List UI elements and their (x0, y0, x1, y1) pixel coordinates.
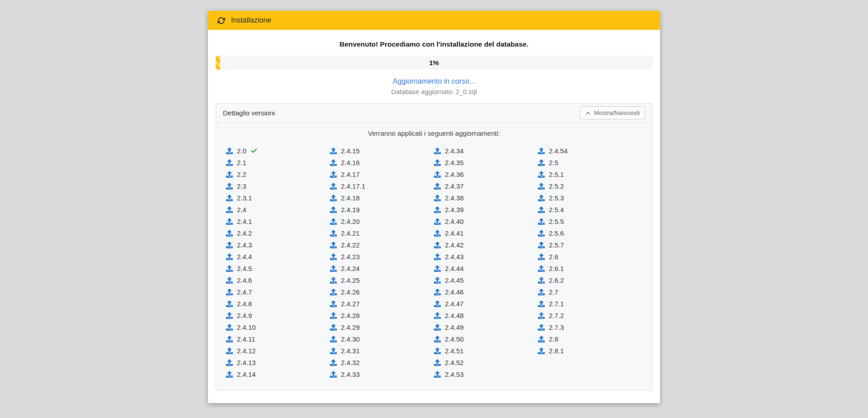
version-label: 2.4.11 (237, 335, 255, 343)
version-label: 2.4.1 (237, 218, 252, 225)
upload-icon (538, 324, 545, 331)
version-item: 2.4.23 (330, 251, 434, 262)
version-label: 2.4.12 (237, 347, 256, 355)
status-detail: Database aggiornato: 2_0.sql (216, 88, 652, 95)
upload-icon (226, 300, 233, 307)
version-label: 2.4.46 (445, 288, 464, 296)
version-label: 2.4.47 (445, 300, 464, 308)
upload-icon (330, 312, 337, 319)
version-item: 2.4.28 (330, 309, 434, 321)
version-label: 2.4.53 (445, 370, 464, 378)
upload-icon (226, 159, 233, 166)
version-item: 2.4.13 (226, 356, 330, 368)
version-label: 2.3 (237, 182, 246, 190)
version-item: 2.4.38 (434, 192, 538, 204)
version-label: 2.4.4 (237, 253, 252, 261)
version-label: 2.4.15 (341, 147, 360, 155)
version-label: 2.4.24 (341, 265, 360, 272)
version-label: 2.4.18 (341, 194, 360, 202)
version-label: 2.1 (237, 159, 246, 166)
upload-icon (330, 289, 337, 295)
version-item: 2.4.29 (330, 321, 434, 333)
upload-icon (330, 242, 337, 248)
version-label: 2.4.21 (341, 229, 360, 237)
version-item: 2.6.1 (538, 262, 642, 274)
upload-icon (434, 277, 441, 284)
upload-icon (538, 265, 545, 272)
version-label: 2.4.54 (549, 147, 568, 155)
version-item: 2.4.25 (330, 274, 434, 286)
version-item: 2.3.1 (226, 192, 330, 204)
version-label: 2.4.23 (341, 253, 360, 261)
version-label: 2.4.6 (237, 276, 252, 284)
version-item: 2.4.37 (434, 180, 538, 192)
version-label: 2.4.2 (237, 229, 252, 237)
version-label: 2.7.2 (549, 312, 564, 319)
version-label: 2.4.10 (237, 323, 256, 331)
upload-icon (538, 277, 545, 284)
upload-icon (434, 195, 441, 201)
version-label: 2.4.16 (341, 159, 360, 166)
version-item: 2.4.19 (330, 204, 434, 215)
upload-icon (538, 206, 545, 213)
version-label: 2.4.22 (341, 241, 360, 249)
version-item: 2.2 (226, 168, 330, 180)
version-label: 2.4.38 (445, 194, 464, 202)
version-label: 2.4.20 (341, 218, 360, 225)
version-item: 2.4.17 (330, 168, 434, 180)
upload-icon (434, 336, 441, 342)
version-item: 2.4 (226, 204, 330, 215)
version-label: 2.7 (549, 288, 558, 296)
version-label: 2.5.7 (549, 241, 564, 249)
version-label: 2.7.3 (549, 323, 564, 331)
version-label: 2.4.35 (445, 159, 464, 166)
version-label: 2.4.39 (445, 206, 464, 214)
version-item: 2.4.47 (434, 298, 538, 309)
upload-icon (226, 289, 233, 295)
version-item: 2.4.7 (226, 286, 330, 298)
chevron-up-icon (585, 110, 591, 116)
version-item: 2.6 (538, 251, 642, 262)
toggle-versions-button[interactable]: Mostra/Nascondi (580, 106, 645, 119)
version-item: 2.4.1 (226, 215, 330, 227)
version-item: 2.4.27 (330, 298, 434, 309)
upload-icon (330, 324, 337, 331)
version-item: 2.5 (538, 157, 642, 168)
version-item: 2.8 (538, 333, 642, 345)
upload-icon (538, 218, 545, 225)
version-item: 2.4.4 (226, 251, 330, 262)
upload-icon (330, 359, 337, 366)
upload-icon (538, 159, 545, 166)
upload-icon (226, 147, 233, 154)
upload-icon (330, 171, 337, 178)
version-item: 2.4.2 (226, 227, 330, 239)
version-label: 2.4.44 (445, 265, 464, 272)
version-label: 2.4.42 (445, 241, 464, 249)
version-item: 2.7.2 (538, 309, 642, 321)
version-label: 2.4.27 (341, 300, 360, 308)
version-label: 2.4.50 (445, 335, 464, 343)
version-label: 2.4 (237, 206, 246, 214)
upload-icon (434, 206, 441, 213)
upload-icon (226, 336, 233, 342)
upload-icon (434, 159, 441, 166)
version-label: 2.2 (237, 171, 246, 178)
version-item: 2.5.2 (538, 180, 642, 192)
version-label: 2.5.3 (549, 194, 564, 202)
upload-icon (538, 300, 545, 307)
status-message: Aggiornamento in corso... (216, 77, 652, 86)
version-item: 2.4.14 (226, 368, 330, 380)
upload-icon (538, 147, 545, 154)
version-item: 2.6.2 (538, 274, 642, 286)
toggle-versions-label: Mostra/Nascondi (594, 109, 640, 116)
version-label: 2.4.13 (237, 359, 256, 366)
upload-icon (538, 171, 545, 178)
version-item: 2.4.22 (330, 239, 434, 251)
version-item: 2.4.6 (226, 274, 330, 286)
upload-icon (330, 371, 337, 378)
version-item: 2.4.26 (330, 286, 434, 298)
window-header: Installazione (208, 11, 660, 30)
upload-icon (434, 289, 441, 295)
upload-icon (330, 147, 337, 154)
version-item: 2.4.5 (226, 262, 330, 274)
